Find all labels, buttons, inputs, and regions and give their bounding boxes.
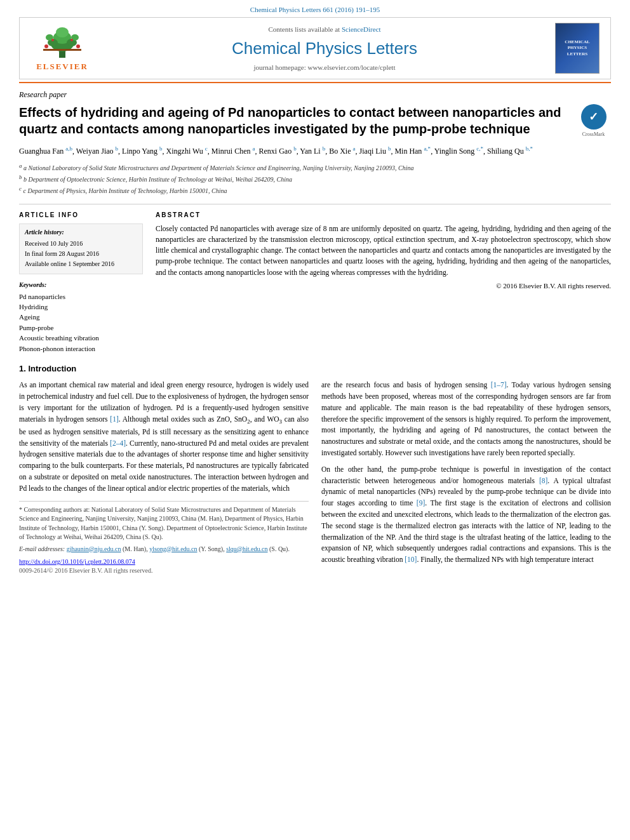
svg-point-11 <box>51 39 54 41</box>
keywords-label: Keywords: <box>19 281 143 290</box>
intro-left-para: As an important chemical raw material an… <box>19 380 309 495</box>
corresponding-note: * Corresponding authors at: National Lab… <box>19 505 309 542</box>
intro-left-col: As an important chemical raw material an… <box>19 380 309 575</box>
abstract-heading: ABSTRACT <box>156 211 611 220</box>
authors-line: Guanghua Fan a,b, Weiyan Jiao b, Linpo Y… <box>19 144 611 157</box>
footnote-section: * Corresponding authors at: National Lab… <box>19 501 309 576</box>
keywords-section: Keywords: Pd nanoparticles Hydriding Age… <box>19 281 143 354</box>
issn-line: 0009-2614/© 2016 Elsevier B.V. All right… <box>19 566 309 575</box>
received-date: Received 10 July 2016 <box>25 239 137 248</box>
keyword-5: Acoustic breathing vibration <box>19 333 143 343</box>
svg-rect-8 <box>43 49 81 51</box>
crossmark-section: CrossMark <box>576 104 611 138</box>
introduction-title: 1. Introduction <box>19 363 611 375</box>
elsevier-tree-icon <box>37 25 88 60</box>
introduction-two-col: As an important chemical raw material an… <box>19 380 611 575</box>
doi-link[interactable]: http://dx.doi.org/10.1016/j.cplett.2016.… <box>19 558 135 565</box>
history-label: Article history: <box>25 228 137 237</box>
keyword-3: Ageing <box>19 312 143 322</box>
keyword-2: Hydriding <box>19 302 143 312</box>
elsevier-logo-section: ELSEVIER <box>27 25 97 72</box>
journal-title-section: Contents lists available at ScienceDirec… <box>97 25 552 72</box>
svg-point-9 <box>44 44 48 48</box>
introduction-section: 1. Introduction As an important chemical… <box>19 363 611 575</box>
journal-ref-text: Chemical Physics Letters 661 (2016) 191–… <box>250 6 380 13</box>
intro-right-col: are the research focus and basis of hydr… <box>321 380 611 575</box>
crossmark-label: CrossMark <box>582 131 605 138</box>
journal-title: Chemical Physics Letters <box>104 37 546 60</box>
svg-point-12 <box>70 39 73 41</box>
elsevier-text: ELSEVIER <box>36 61 88 72</box>
article-info-column: ARTICLE INFO Article history: Received 1… <box>19 211 143 354</box>
copyright-notice: © 2016 Elsevier B.V. All rights reserved… <box>156 281 611 291</box>
abstract-text: Closely contacted Pd nanoparticles with … <box>156 223 611 291</box>
intro-right-para-2: On the other hand, the pump-probe techni… <box>321 464 611 566</box>
affiliations-section: a a National Laboratory of Solid State M… <box>19 162 611 196</box>
doi-line: http://dx.doi.org/10.1016/j.cplett.2016.… <box>19 557 309 566</box>
elsevier-logo: ELSEVIER <box>36 25 88 72</box>
keyword-1: Pd nanoparticles <box>19 292 143 302</box>
article-type-label: Research paper <box>19 90 611 100</box>
keyword-4: Pump-probe <box>19 323 143 333</box>
affiliation-c: c c Department of Physics, Harbin Instit… <box>19 185 611 196</box>
journal-reference: Chemical Physics Letters 661 (2016) 191–… <box>0 0 630 17</box>
article-title: Effects of hydriding and ageing of Pd na… <box>19 104 576 137</box>
main-content: Research paper Effects of hydriding and … <box>0 83 630 582</box>
svg-point-3 <box>56 27 69 37</box>
article-history-box: Article history: Received 10 July 2016 I… <box>19 223 143 274</box>
journal-cover-section: CHEMICALPHYSICSLETTERS <box>552 23 603 74</box>
available-date: Available online 1 September 2016 <box>25 260 137 269</box>
abstract-column: ABSTRACT Closely contacted Pd nanopartic… <box>156 211 611 354</box>
email-link-qu[interactable]: slqu@hit.edu.cn <box>226 545 267 552</box>
email-link-han[interactable]: gjhaunin@nju.edu.cn <box>67 545 121 552</box>
sci-direct-link[interactable]: ScienceDirect <box>342 25 381 33</box>
sci-direct-line: Contents lists available at ScienceDirec… <box>104 25 546 34</box>
affiliation-b: b b Department of Optoelectronic Science… <box>19 173 611 184</box>
email-link-song[interactable]: ylsong@hit.edu.cn <box>149 545 197 552</box>
intro-right-para-1: are the research focus and basis of hydr… <box>321 380 611 459</box>
journal-header: ELSEVIER Contents lists available at Sci… <box>19 17 611 79</box>
final-form-date: In final form 28 August 2016 <box>25 250 137 258</box>
title-section: Effects of hydriding and ageing of Pd na… <box>19 104 611 138</box>
keyword-6: Phonon-phonon interaction <box>19 344 143 354</box>
journal-homepage: journal homepage: www.elsevier.com/locat… <box>104 63 546 72</box>
article-info-heading: ARTICLE INFO <box>19 211 143 220</box>
email-line: E-mail addresses: gjhaunin@nju.edu.cn (M… <box>19 545 309 554</box>
crossmark-icon <box>581 104 607 130</box>
svg-point-10 <box>76 44 80 48</box>
affiliation-a: a a National Laboratory of Solid State M… <box>19 162 611 173</box>
article-info-abstract-section: ARTICLE INFO Article history: Received 1… <box>19 204 611 354</box>
journal-cover-image: CHEMICALPHYSICSLETTERS <box>555 23 600 74</box>
